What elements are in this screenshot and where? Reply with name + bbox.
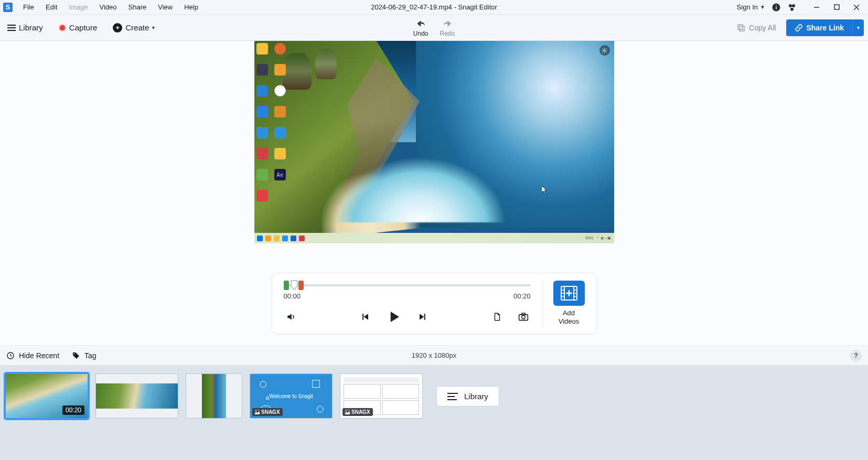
hamburger-icon xyxy=(7,25,16,31)
step-forward-icon xyxy=(417,312,427,322)
tag-icon xyxy=(72,351,80,360)
undo-label: Undo xyxy=(413,30,428,37)
recent-thumb-4[interactable]: SNAGX xyxy=(340,373,423,419)
svg-point-12 xyxy=(604,49,605,51)
svg-point-38 xyxy=(346,411,347,412)
step-back-button[interactable] xyxy=(357,308,374,325)
play-icon xyxy=(386,309,402,325)
snagx-label: SNAGX xyxy=(261,409,280,415)
menu-video[interactable]: Video xyxy=(94,1,122,13)
redo-label: Redo xyxy=(440,30,455,37)
close-button[interactable] xyxy=(848,2,865,13)
clock-icon xyxy=(6,351,15,360)
recent-thumb-3[interactable]: a Welcome to Snagit SNAGX xyxy=(250,373,333,419)
recent-captures-tray: 00:20 a Welcome to Snagit SNAGX SNAGX Li… xyxy=(0,365,868,460)
capture-button[interactable]: Capture xyxy=(56,21,100,34)
svg-rect-17 xyxy=(521,313,525,315)
tray-library-label: Library xyxy=(464,392,488,401)
share-link-button[interactable]: Share Link xyxy=(786,19,852,36)
tray-library-button[interactable]: Library xyxy=(436,386,499,406)
camera-icon xyxy=(518,312,529,322)
duration-badge: 00:20 xyxy=(62,405,84,415)
volume-button[interactable] xyxy=(283,308,299,325)
share-link-label: Share Link xyxy=(806,24,844,32)
redo-button[interactable]: Redo xyxy=(440,18,455,37)
main-toolbar: Library Capture + Create ▾ Undo Redo Cop… xyxy=(0,15,868,41)
maximize-button[interactable] xyxy=(828,2,845,13)
snapshot-button[interactable] xyxy=(515,308,532,325)
cursor-icon xyxy=(542,186,548,194)
export-frame-button[interactable] xyxy=(489,308,506,325)
svg-point-31 xyxy=(260,381,266,388)
video-player-controls: 00:00 00:20 xyxy=(272,273,597,334)
menu-file[interactable]: File xyxy=(18,1,39,13)
add-videos-label: Add Videos xyxy=(559,309,580,325)
recent-thumb-1[interactable] xyxy=(95,373,178,419)
notifications-icon[interactable] xyxy=(787,3,797,12)
copy-all-button[interactable]: Copy All xyxy=(731,20,781,36)
svg-point-5 xyxy=(790,7,794,10)
svg-rect-14 xyxy=(424,314,425,320)
library-icon xyxy=(447,393,458,400)
add-videos-icon xyxy=(560,285,578,301)
timeline-scrubber[interactable] xyxy=(284,281,531,290)
sign-in-button[interactable]: Sign In ▼ xyxy=(737,3,765,11)
link-icon xyxy=(795,24,803,32)
menu-help[interactable]: Help xyxy=(179,1,203,13)
library-button[interactable]: Library xyxy=(4,21,46,34)
copy-all-label: Copy All xyxy=(749,24,776,32)
svg-point-30 xyxy=(74,353,75,354)
step-back-icon xyxy=(360,312,371,322)
svg-point-36 xyxy=(256,411,257,412)
status-bar: Hide Recent Tag 1920 x 1080px ? xyxy=(0,345,868,365)
undo-button[interactable]: Undo xyxy=(413,18,428,37)
plus-icon: + xyxy=(113,23,122,33)
preview-taskbar: ENG ⌃ ◉ ♪ ▣ xyxy=(254,233,614,243)
create-button[interactable]: + Create ▾ xyxy=(110,21,158,35)
menu-edit[interactable]: Edit xyxy=(40,1,62,13)
playhead[interactable] xyxy=(290,280,298,291)
minimize-button[interactable] xyxy=(808,2,825,13)
library-label: Library xyxy=(19,23,43,32)
preview-settings-icon[interactable] xyxy=(599,45,610,56)
help-button[interactable]: ? xyxy=(850,350,862,361)
sign-in-label: Sign In xyxy=(737,3,758,11)
add-videos-button[interactable] xyxy=(553,281,585,306)
play-button[interactable] xyxy=(383,306,404,327)
info-icon[interactable] xyxy=(771,3,781,12)
chevron-down-icon: ▼ xyxy=(760,4,765,10)
trim-end-handle[interactable] xyxy=(298,281,304,290)
svg-point-3 xyxy=(789,4,792,7)
recent-thumb-2[interactable] xyxy=(186,373,242,419)
tag-button[interactable]: Tag xyxy=(72,351,97,360)
thumb-welcome-text: Welcome to Snagit xyxy=(269,393,313,399)
menu-view[interactable]: View xyxy=(153,1,178,13)
create-label: Create xyxy=(125,23,149,32)
canvas-area: Ae ENG ⌃ ◉ ♪ ▣ 00:00 xyxy=(0,41,868,345)
snagx-badge: SNAGX xyxy=(252,408,283,416)
time-current: 00:00 xyxy=(284,292,301,300)
svg-rect-10 xyxy=(738,25,743,29)
trim-start-handle[interactable] xyxy=(284,281,289,290)
hide-recent-button[interactable]: Hide Recent xyxy=(6,351,59,360)
desktop-icons: Ae xyxy=(256,43,286,201)
menu-image: Image xyxy=(63,1,93,13)
chevron-down-icon: ▾ xyxy=(857,25,860,30)
step-forward-button[interactable] xyxy=(414,308,431,325)
svg-point-33 xyxy=(317,406,323,412)
share-link-dropdown[interactable]: ▾ xyxy=(852,19,864,36)
svg-rect-11 xyxy=(740,26,744,31)
capture-label: Capture xyxy=(69,23,97,32)
svg-rect-13 xyxy=(362,314,363,320)
redo-icon xyxy=(441,18,454,29)
svg-rect-7 xyxy=(834,5,839,9)
svg-point-4 xyxy=(792,4,795,7)
video-preview[interactable]: Ae ENG ⌃ ◉ ♪ ▣ xyxy=(254,41,614,243)
chevron-down-icon: ▾ xyxy=(152,25,155,30)
tag-label: Tag xyxy=(84,351,97,360)
copy-icon xyxy=(736,23,746,33)
menu-share[interactable]: Share xyxy=(123,1,152,13)
app-logo: S xyxy=(3,3,13,12)
svg-rect-32 xyxy=(312,380,319,388)
recent-thumb-0[interactable]: 00:20 xyxy=(5,373,88,419)
